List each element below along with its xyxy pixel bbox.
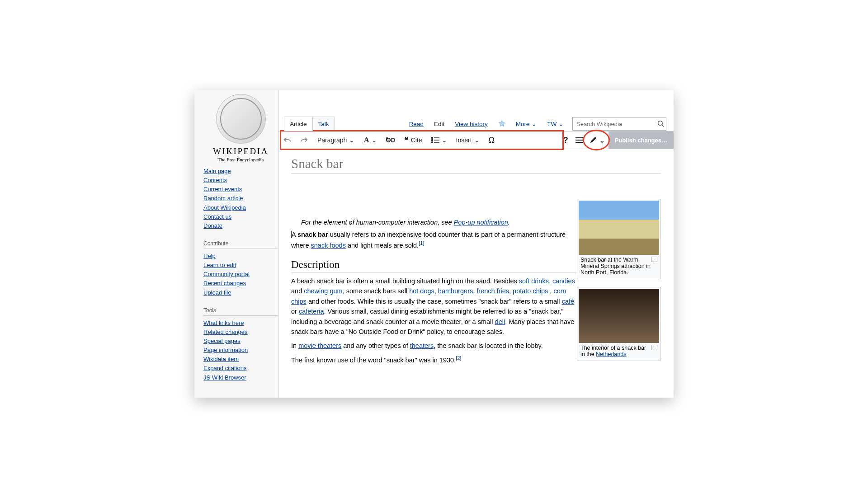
- cite-button[interactable]: ❝ Cite: [400, 131, 427, 149]
- help-button[interactable]: ?: [559, 131, 573, 149]
- svg-line-4: [662, 125, 664, 127]
- link-icon: [386, 137, 395, 143]
- section-description[interactable]: Description: [291, 259, 580, 272]
- tools-header: Tools: [203, 305, 278, 316]
- insert-dropdown[interactable]: Insert⌄: [452, 131, 484, 149]
- nav-special[interactable]: Special pages: [203, 338, 241, 344]
- nav-wikidata[interactable]: Wikidata item: [203, 356, 239, 362]
- special-char-button[interactable]: Ω: [484, 131, 499, 149]
- tab-talk[interactable]: Talk: [312, 117, 335, 131]
- svg-point-8: [431, 137, 433, 139]
- tab-watch-star[interactable]: [493, 117, 511, 131]
- thumb-caption-2: The interior of a snack bar in the Nethe…: [579, 343, 659, 359]
- star-icon: [498, 120, 505, 127]
- link-potato-chips[interactable]: potato chips: [513, 287, 548, 295]
- page-tabs-row: Article Talk Read Edit View history More…: [278, 109, 674, 131]
- link-hamburgers[interactable]: hamburgers: [438, 287, 473, 295]
- tab-read[interactable]: Read: [404, 117, 429, 131]
- link-movie-theaters[interactable]: movie theaters: [298, 342, 341, 349]
- description-paragraph-2[interactable]: In movie theaters and any other types of…: [291, 341, 580, 351]
- description-paragraph-3[interactable]: The first known use of the word "snack b…: [291, 354, 580, 365]
- page-options-button[interactable]: [573, 131, 585, 149]
- nav-js-browser[interactable]: JS Wiki Browser: [203, 374, 246, 381]
- search-box[interactable]: [572, 117, 666, 131]
- search-button[interactable]: [656, 117, 666, 130]
- tab-more[interactable]: More ⌄: [510, 117, 542, 131]
- wikipedia-editor-screenshot: Jessamyn Talk Sandbox Preferences Beta W…: [194, 90, 674, 398]
- tab-tw[interactable]: TW ⌄: [542, 117, 569, 131]
- nav-main-page[interactable]: Main page: [203, 168, 231, 174]
- text-style-dropdown[interactable]: A ⌄: [359, 131, 381, 149]
- link-deli[interactable]: deli: [495, 318, 505, 325]
- nav-what-links[interactable]: What links here: [203, 319, 244, 326]
- link-soft-drinks[interactable]: soft drinks: [519, 277, 549, 285]
- undo-button[interactable]: [278, 131, 296, 149]
- enlarge-icon[interactable]: [651, 257, 657, 262]
- nav-page-info[interactable]: Page information: [203, 347, 248, 353]
- link-button[interactable]: [382, 131, 400, 149]
- edit-mode-switcher[interactable]: ⌄: [585, 131, 609, 149]
- svg-point-10: [431, 140, 433, 141]
- nav-upload[interactable]: Upload file: [203, 289, 231, 296]
- chevron-down-icon: ⌄: [474, 136, 480, 144]
- link-candies[interactable]: candies: [552, 277, 575, 285]
- nav-contact[interactable]: Contact us: [203, 213, 231, 220]
- nav-recent-changes[interactable]: Recent changes: [203, 280, 246, 286]
- intro-paragraph[interactable]: A snack bar usually refers to an inexpen…: [291, 230, 580, 251]
- chevron-down-icon: ⌄: [349, 136, 354, 144]
- nav-tools: Tools What links here Related changes Sp…: [203, 305, 278, 382]
- nav-current-events[interactable]: Current events: [203, 186, 242, 192]
- content-area: Article Talk Read Edit View history More…: [278, 90, 674, 398]
- thumb-caption-1: Snack bar at the Warm Mineral Springs at…: [579, 255, 659, 277]
- chevron-down-icon: ⌄: [442, 136, 447, 144]
- ref-1[interactable]: [1]: [419, 240, 424, 246]
- thumb-image-2[interactable]: [579, 289, 659, 343]
- hatnote-link[interactable]: Pop-up notification: [454, 219, 508, 226]
- chevron-down-icon: ⌄: [372, 136, 377, 144]
- visual-editor-toolbar: Paragraph ⌄ A ⌄ ❝ Cite ⌄ Insert⌄ Ω ? ⌄ P…: [278, 131, 674, 149]
- search-input[interactable]: [573, 118, 656, 130]
- link-theaters[interactable]: theaters: [410, 342, 434, 349]
- nav-community-portal[interactable]: Community portal: [203, 271, 250, 277]
- tab-article[interactable]: Article: [284, 117, 313, 131]
- tab-view-history[interactable]: View history: [449, 117, 493, 131]
- link-netherlands[interactable]: Netherlands: [596, 351, 626, 357]
- nav-learn-edit[interactable]: Learn to edit: [203, 262, 236, 268]
- link-hot-dogs[interactable]: hot dogs: [409, 287, 434, 295]
- nav-random[interactable]: Random article: [203, 195, 243, 202]
- redo-icon: [300, 136, 308, 144]
- wikipedia-logo[interactable]: WIKIPEDIA The Free Encyclopedia: [203, 94, 278, 162]
- publish-button[interactable]: Publish changes…: [609, 131, 674, 149]
- paragraph-dropdown[interactable]: Paragraph ⌄: [313, 131, 359, 149]
- page-title[interactable]: Snack bar: [291, 156, 661, 174]
- svg-point-3: [658, 121, 663, 126]
- nav-contents[interactable]: Contents: [203, 177, 227, 183]
- nav-help[interactable]: Help: [203, 253, 216, 259]
- description-paragraph-1[interactable]: A beach snack bar is often a small build…: [291, 276, 580, 337]
- nav-donate[interactable]: Donate: [203, 222, 222, 229]
- enlarge-icon[interactable]: [651, 345, 657, 350]
- svg-point-12: [431, 142, 433, 143]
- tagline: The Free Encyclopedia: [203, 157, 278, 162]
- image-thumb-2: The interior of a snack bar in the Nethe…: [577, 287, 661, 361]
- nav-about[interactable]: About Wikipedia: [203, 204, 246, 211]
- link-cafeteria[interactable]: cafeteria: [299, 308, 324, 315]
- thumb-image-1[interactable]: [579, 201, 659, 255]
- nav-main: Main page Contents Current events Random…: [203, 167, 278, 230]
- link-cafe[interactable]: café: [562, 298, 574, 305]
- link-snack-foods[interactable]: snack foods: [311, 242, 346, 249]
- tab-edit[interactable]: Edit: [429, 117, 450, 131]
- nav-expand-cite[interactable]: Expand citations: [203, 365, 246, 371]
- list-dropdown[interactable]: ⌄: [427, 131, 452, 149]
- wordmark: WIKIPEDIA: [203, 146, 278, 156]
- pencil-icon: [589, 136, 597, 144]
- redo-button[interactable]: [296, 131, 313, 149]
- wikipedia-globe-icon: [216, 94, 266, 144]
- link-french-fries[interactable]: french fries: [476, 287, 509, 295]
- ref-2[interactable]: [2]: [456, 355, 461, 361]
- bullet-list-icon: [431, 137, 439, 143]
- link-chewing-gum[interactable]: chewing gum: [304, 287, 342, 295]
- nav-related[interactable]: Related changes: [203, 328, 248, 335]
- nav-contribute: Contribute Help Learn to edit Community …: [203, 239, 278, 297]
- page-body: Snack bar Snack bar at the Warm Mineral …: [278, 149, 674, 378]
